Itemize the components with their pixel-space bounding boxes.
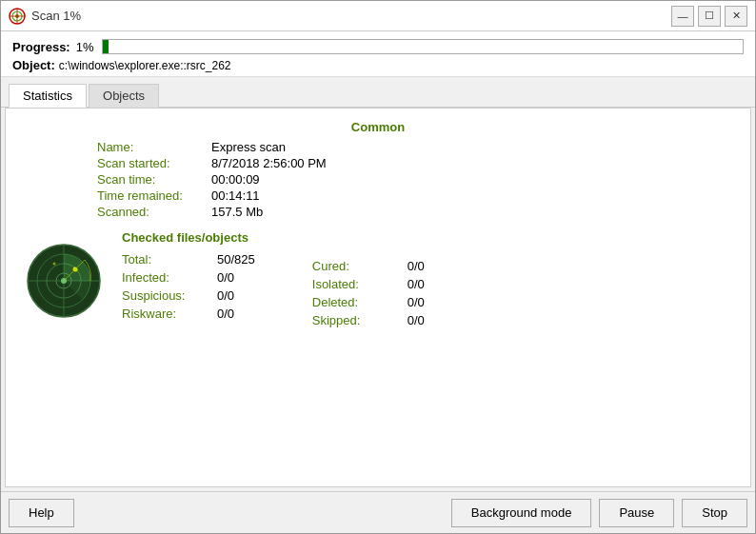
stats-key-cured: Cured: xyxy=(312,259,408,273)
progress-label: Progress: xyxy=(12,40,70,54)
stats-val-skipped: 0/0 xyxy=(408,313,425,327)
stats-key-isolated: Isolated: xyxy=(312,277,408,291)
info-val-started: 8/7/2018 2:56:00 PM xyxy=(211,156,327,170)
app-icon xyxy=(9,8,26,25)
stats-col-right: Cured: 0/0 Isolated: 0/0 Deleted: 0/0 Sk… xyxy=(312,259,425,331)
stats-val-riskware: 0/0 xyxy=(217,307,234,321)
stats-row-suspicious: Suspicious: 0/0 xyxy=(122,288,255,303)
info-row-time: Scan time: 00:00:09 xyxy=(97,172,735,187)
window-title: Scan 1% xyxy=(31,9,671,23)
stats-col-left: Checked files/objects Total: 50/825 Infe… xyxy=(122,230,255,331)
stats-val-isolated: 0/0 xyxy=(408,277,425,291)
content-area: Common Name: Express scan Scan started: … xyxy=(5,108,751,487)
info-val-remained: 00:14:11 xyxy=(211,188,260,203)
object-label: Object: xyxy=(12,58,55,72)
progress-percent: 1% xyxy=(76,40,94,54)
close-button[interactable]: ✕ xyxy=(725,6,747,27)
tabs-bar: Statistics Objects xyxy=(1,77,755,108)
progress-row: Progress: 1% xyxy=(12,39,744,54)
window-controls: — ☐ ✕ xyxy=(671,6,747,27)
minimize-button[interactable]: — xyxy=(671,6,694,27)
pause-button[interactable]: Pause xyxy=(599,499,674,527)
stats-row-deleted: Deleted: 0/0 xyxy=(312,295,425,309)
info-row-remained: Time remained: 00:14:11 xyxy=(97,188,735,203)
info-key-time: Scan time: xyxy=(97,172,211,187)
stats-row-skipped: Skipped: 0/0 xyxy=(312,313,425,327)
info-val-time: 00:00:09 xyxy=(211,172,260,187)
object-path: c:\windows\explorer.exe::rsrc_262 xyxy=(59,59,231,72)
progress-bar xyxy=(102,39,745,54)
svg-point-13 xyxy=(53,263,56,266)
help-button[interactable]: Help xyxy=(9,499,74,527)
radar-container xyxy=(21,230,107,331)
common-section-title: Common xyxy=(21,120,735,134)
info-key-started: Scan started: xyxy=(97,156,211,170)
stats-key-total: Total: xyxy=(122,252,217,267)
stats-val-cured: 0/0 xyxy=(408,259,425,273)
stats-val-suspicious: 0/0 xyxy=(217,288,234,303)
object-row: Object: c:\windows\explorer.exe::rsrc_26… xyxy=(12,58,744,72)
stats-key-skipped: Skipped: xyxy=(312,313,408,327)
info-val-scanned: 157.5 Mb xyxy=(211,205,263,219)
stats-val-infected: 0/0 xyxy=(217,270,234,285)
stats-key-suspicious: Suspicious: xyxy=(122,288,217,303)
progress-bar-fill xyxy=(103,40,109,53)
footer: Help Background mode Pause Stop xyxy=(1,491,755,533)
radar-icon xyxy=(26,243,102,319)
stats-row-isolated: Isolated: 0/0 xyxy=(312,277,425,291)
stats-row-total: Total: 50/825 xyxy=(122,252,255,267)
stats-tables: Checked files/objects Total: 50/825 Infe… xyxy=(122,230,735,331)
main-window: Scan 1% — ☐ ✕ Progress: 1% Object: c:\wi… xyxy=(0,0,756,534)
maximize-button[interactable]: ☐ xyxy=(698,6,721,27)
info-row-scanned: Scanned: 157.5 Mb xyxy=(97,205,735,219)
info-key-remained: Time remained: xyxy=(97,188,211,203)
stats-key-infected: Infected: xyxy=(122,270,217,285)
checked-section: Checked files/objects Total: 50/825 Infe… xyxy=(21,230,735,331)
common-info-table: Name: Express scan Scan started: 8/7/201… xyxy=(21,140,735,219)
info-row-name: Name: Express scan xyxy=(97,140,735,154)
progress-area: Progress: 1% Object: c:\windows\explorer… xyxy=(1,31,755,77)
checked-title: Checked files/objects xyxy=(122,230,255,245)
stats-val-total: 50/825 xyxy=(217,252,255,267)
stats-key-deleted: Deleted: xyxy=(312,295,408,309)
stats-val-deleted: 0/0 xyxy=(408,295,425,309)
stats-key-riskware: Riskware: xyxy=(122,307,217,321)
info-val-name: Express scan xyxy=(211,140,286,154)
stats-row-cured: Cured: 0/0 xyxy=(312,259,425,273)
info-key-scanned: Scanned: xyxy=(97,205,211,219)
background-mode-button[interactable]: Background mode xyxy=(451,499,592,527)
tab-statistics[interactable]: Statistics xyxy=(9,84,87,108)
stats-row-infected: Infected: 0/0 xyxy=(122,270,255,285)
tab-objects[interactable]: Objects xyxy=(89,84,159,108)
stop-button[interactable]: Stop xyxy=(682,499,747,527)
info-row-started: Scan started: 8/7/2018 2:56:00 PM xyxy=(97,156,735,170)
stats-row-riskware: Riskware: 0/0 xyxy=(122,307,255,321)
title-bar: Scan 1% — ☐ ✕ xyxy=(1,1,755,31)
info-key-name: Name: xyxy=(97,140,211,154)
